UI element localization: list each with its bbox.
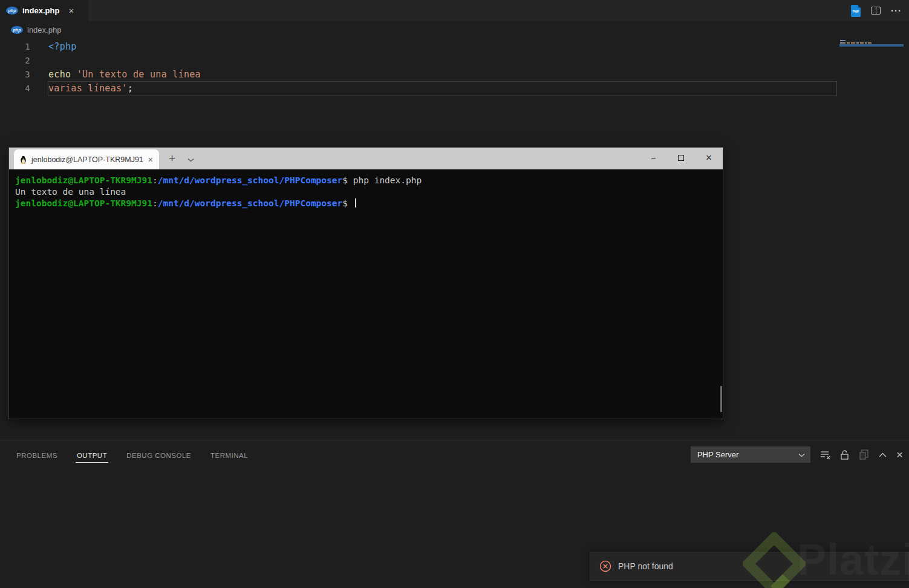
terminal-tab-dropdown-icon[interactable] bbox=[187, 154, 194, 166]
code-text bbox=[48, 54, 836, 68]
close-tab-icon[interactable]: × bbox=[68, 5, 74, 16]
linux-tux-icon bbox=[20, 155, 27, 165]
panel-header: PROBLEMSOUTPUTDEBUG CONSOLETERMINAL PHP … bbox=[0, 440, 909, 469]
vscode-window: php index.php × PHP ··· php index.php 1<… bbox=[0, 0, 909, 588]
terminal-line: jenlobodiz@LAPTOP-TKR9MJ91:/mnt/d/wordpr… bbox=[15, 175, 723, 186]
terminal-scrollbar[interactable] bbox=[720, 386, 722, 412]
terminal-tab-title: jenlobodiz@LAPTOP-TKR9MJ91 bbox=[31, 155, 143, 164]
tab-label: index.php bbox=[22, 6, 59, 15]
line-number: 1 bbox=[0, 40, 30, 54]
panel-tab-output[interactable]: OUTPUT bbox=[76, 448, 108, 463]
terminal-titlebar[interactable]: jenlobodiz@LAPTOP-TKR9MJ91 × + − × bbox=[9, 148, 723, 169]
output-channel-select[interactable]: PHP Server bbox=[691, 446, 810, 463]
minimize-button[interactable]: − bbox=[639, 148, 667, 168]
code-line[interactable]: 4varias líneas'; bbox=[0, 82, 909, 96]
maximize-panel-icon[interactable] bbox=[879, 452, 887, 457]
breadcrumb[interactable]: php index.php bbox=[11, 25, 61, 34]
open-log-file-icon[interactable] bbox=[859, 449, 869, 460]
minimap-current-line bbox=[839, 44, 904, 47]
terminal-window-controls: − × bbox=[639, 148, 723, 168]
error-icon bbox=[599, 560, 611, 572]
line-number: 2 bbox=[0, 54, 30, 68]
terminal-cursor bbox=[355, 198, 356, 207]
terminal-line: Un texto de una línea bbox=[15, 186, 723, 198]
code-line[interactable]: 1<?php bbox=[0, 40, 909, 54]
panel-tabs: PROBLEMSOUTPUTDEBUG CONSOLETERMINAL bbox=[15, 448, 266, 463]
code-text: <?php bbox=[48, 40, 836, 54]
clear-output-icon[interactable] bbox=[820, 450, 830, 460]
unlock-icon[interactable] bbox=[840, 449, 849, 460]
code-line[interactable]: 2 bbox=[0, 54, 909, 68]
output-channel-value: PHP Server bbox=[697, 450, 738, 459]
panel-tab-problems[interactable]: PROBLEMS bbox=[15, 448, 59, 463]
terminal-tab-close-icon[interactable]: × bbox=[148, 155, 153, 165]
terminal-window: jenlobodiz@LAPTOP-TKR9MJ91 × + − × jenlo… bbox=[8, 147, 723, 419]
code-line[interactable]: 3echo 'Un texto de una línea bbox=[0, 68, 909, 82]
line-number: 3 bbox=[0, 68, 30, 82]
terminal-output[interactable]: jenlobodiz@LAPTOP-TKR9MJ91:/mnt/d/wordpr… bbox=[9, 169, 723, 419]
php-server-run-icon[interactable]: PHP bbox=[851, 5, 861, 17]
terminal-tab[interactable]: jenlobodiz@LAPTOP-TKR9MJ91 × bbox=[14, 149, 159, 169]
notification-message: PHP not found bbox=[618, 561, 673, 571]
chevron-down-icon bbox=[798, 450, 805, 459]
more-actions-icon[interactable]: ··· bbox=[891, 6, 902, 15]
tab-index-php[interactable]: php index.php × bbox=[0, 0, 88, 21]
split-editor-icon[interactable] bbox=[871, 7, 881, 15]
notification-toast[interactable]: PHP not found bbox=[590, 552, 909, 581]
line-number: 4 bbox=[0, 82, 30, 96]
panel-tab-debug-console[interactable]: DEBUG CONSOLE bbox=[125, 448, 192, 463]
code-text: echo 'Un texto de una línea bbox=[48, 68, 836, 82]
panel-actions: PHP Server bbox=[691, 446, 903, 463]
editor-actions: PHP ··· bbox=[851, 0, 909, 21]
minimap-mark-row bbox=[840, 42, 872, 44]
code-text: varias líneas'; bbox=[48, 82, 836, 96]
maximize-button[interactable] bbox=[667, 148, 695, 168]
terminal-line: jenlobodiz@LAPTOP-TKR9MJ91:/mnt/d/wordpr… bbox=[15, 198, 723, 209]
php-file-icon: php bbox=[6, 7, 18, 15]
editor-tab-bar: php index.php × PHP ··· bbox=[0, 0, 909, 21]
close-panel-icon[interactable]: × bbox=[896, 449, 903, 460]
minimap-mark bbox=[840, 40, 845, 41]
panel-tab-terminal[interactable]: TERMINAL bbox=[209, 448, 249, 463]
php-file-icon: php bbox=[11, 26, 23, 34]
minimap[interactable] bbox=[839, 39, 904, 51]
maximize-icon bbox=[678, 155, 684, 161]
code-editor[interactable]: 1<?php23echo 'Un texto de una línea4vari… bbox=[0, 40, 909, 96]
new-terminal-tab-icon[interactable]: + bbox=[169, 152, 175, 168]
close-window-button[interactable]: × bbox=[695, 148, 723, 168]
breadcrumb-file[interactable]: index.php bbox=[27, 25, 61, 34]
